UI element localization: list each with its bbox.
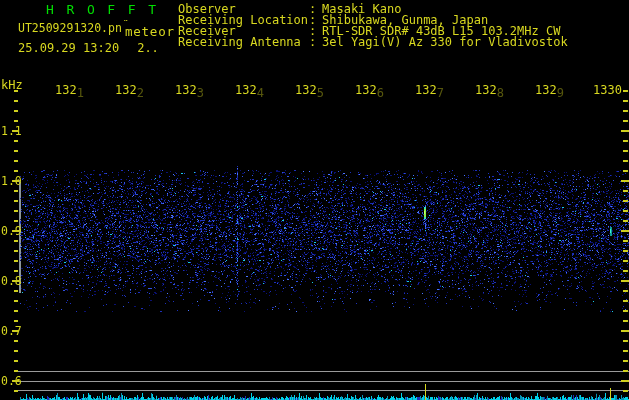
- x-axis-label: 1327: [415, 83, 444, 97]
- axis-tick: [623, 340, 628, 342]
- axis-tick: [623, 150, 628, 152]
- axis-tick: [14, 260, 18, 262]
- x-label-bright: 132: [115, 83, 137, 97]
- x-label-dim: 2: [137, 86, 144, 100]
- axis-tick: [12, 330, 19, 332]
- axis-tick: [14, 390, 18, 392]
- axis-tick: [623, 290, 628, 292]
- x-label-dim: 8: [497, 86, 504, 100]
- x-label-bright: 132: [415, 83, 437, 97]
- axis-tick: [623, 260, 628, 262]
- x-axis-label: 1328: [475, 83, 504, 97]
- axis-tick: [14, 200, 18, 202]
- axis-tick: [621, 130, 629, 132]
- x-axis-label: 1329: [535, 83, 564, 97]
- axis-tick: [623, 90, 628, 92]
- axis-tick: [14, 100, 18, 102]
- axis-tick: [14, 90, 18, 92]
- axis-tick: [14, 250, 18, 252]
- axis-tick: [14, 170, 18, 172]
- axis-tick: [12, 230, 19, 232]
- axis-tick: [14, 300, 18, 302]
- axis-tick: [623, 350, 628, 352]
- axis-tick: [14, 290, 18, 292]
- echo-counter: 2..: [137, 41, 159, 55]
- axis-tick: [14, 370, 18, 372]
- info-value: 3el Yagi(V) Az 330 for Vladivostok: [322, 37, 568, 48]
- x-label-bright: 132: [175, 83, 197, 97]
- axis-tick: [14, 360, 18, 362]
- axis-tick: [621, 230, 629, 232]
- axis-tick: [14, 140, 18, 142]
- axis-tick: [623, 250, 628, 252]
- axis-tick: [14, 220, 18, 222]
- axis-tick: [623, 190, 628, 192]
- axis-tick: [12, 380, 19, 382]
- x-label-bright: 132: [295, 83, 317, 97]
- x-label-bright: 132: [475, 83, 497, 97]
- axis-tick: [623, 370, 628, 372]
- info-separator: :: [309, 37, 322, 48]
- axis-tick: [12, 130, 19, 132]
- axis-tick: [621, 330, 629, 332]
- x-label-dim: 9: [557, 86, 564, 100]
- axis-tick: [14, 340, 18, 342]
- y-axis-unit: kHz: [1, 78, 23, 92]
- axis-tick: [14, 240, 18, 242]
- axis-tick: [14, 190, 18, 192]
- axis-tick: [14, 110, 18, 112]
- axis-tick: [14, 210, 18, 212]
- axis-tick: [12, 280, 19, 282]
- axis-tick: [623, 320, 628, 322]
- axis-tick: [623, 300, 628, 302]
- axis-tick: [623, 140, 628, 142]
- x-axis-label: 1323: [175, 83, 204, 97]
- hrofft-screen: { "title": {"text": "H R O F F T"}, "fil…: [0, 0, 629, 400]
- datetime-text: 25.09.29 13:20: [18, 41, 119, 55]
- x-axis-label: 1321: [55, 83, 84, 97]
- axis-tick: [623, 270, 628, 272]
- station-info-block: Observer:Masaki Kano Receiving Location:…: [178, 4, 568, 48]
- observation-mode-label: meteor: [125, 24, 175, 39]
- axis-tick: [621, 380, 629, 382]
- x-label-bright: 132: [355, 83, 377, 97]
- x-axis-label: 1326: [355, 83, 384, 97]
- axis-tick: [623, 160, 628, 162]
- filename-text: UT2509291320.pn: [18, 21, 122, 35]
- axis-tick: [14, 310, 18, 312]
- axis-tick: [623, 310, 628, 312]
- axis-tick: [623, 170, 628, 172]
- axis-tick: [621, 280, 629, 282]
- axis-tick: [623, 210, 628, 212]
- axis-tick: [14, 120, 18, 122]
- x-axis-label: 1325: [295, 83, 324, 97]
- axis-tick: [12, 180, 19, 182]
- x-label-dim: 7: [437, 86, 444, 100]
- info-label: Receiving Antenna: [178, 37, 309, 48]
- info-row-antenna: Receiving Antenna:3el Yagi(V) Az 330 for…: [178, 37, 568, 48]
- axis-tick: [14, 150, 18, 152]
- axis-tick: [621, 180, 629, 182]
- x-label-dim: 1: [77, 86, 84, 100]
- x-label-bright: 132: [535, 83, 557, 97]
- axis-tick: [14, 320, 18, 322]
- x-axis-label: 1324: [235, 83, 264, 97]
- axis-tick: [623, 360, 628, 362]
- x-label-dim: 3: [197, 86, 204, 100]
- x-axis-label: 1322: [115, 83, 144, 97]
- axis-tick: [14, 270, 18, 272]
- x-label-dim: 4: [257, 86, 264, 100]
- axis-tick: [623, 240, 628, 242]
- axis-tick: [623, 200, 628, 202]
- axis-tick: [623, 220, 628, 222]
- axis-tick: [623, 100, 628, 102]
- axis-tick: [623, 390, 628, 392]
- spectrogram-canvas: [0, 0, 629, 400]
- axis-tick: [623, 120, 628, 122]
- axis-tick: [623, 110, 628, 112]
- x-axis-label: 1330: [593, 83, 622, 97]
- x-label-dim: 6: [377, 86, 384, 100]
- axis-tick: [14, 160, 18, 162]
- x-label-bright: 1330: [593, 83, 622, 97]
- app-title: H R O F F T: [46, 2, 159, 17]
